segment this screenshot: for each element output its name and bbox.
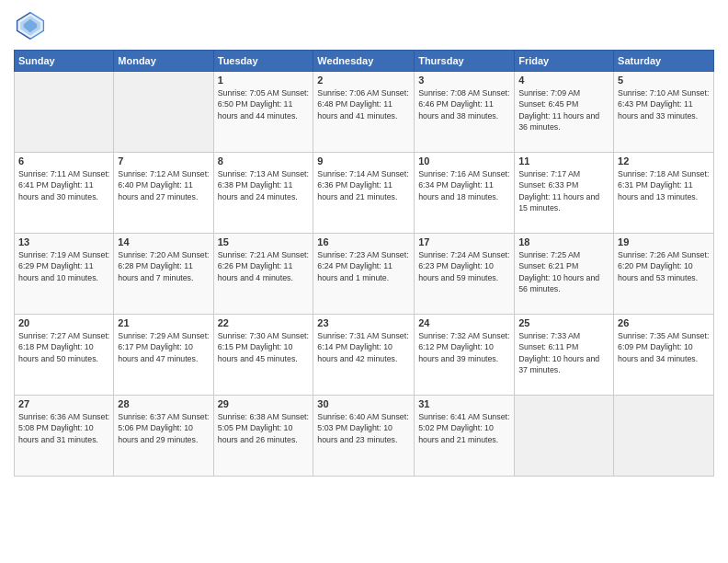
page: Sunday Monday Tuesday Wednesday Thursday… [0, 0, 728, 563]
day-info: Sunrise: 7:14 AM Sunset: 6:36 PM Dayligh… [317, 168, 410, 202]
day-info: Sunrise: 6:36 AM Sunset: 5:08 PM Dayligh… [18, 411, 109, 445]
day-info: Sunrise: 6:38 AM Sunset: 5:05 PM Dayligh… [218, 411, 310, 445]
day-number: 3 [418, 75, 510, 86]
day-cell: 12Sunrise: 7:18 AM Sunset: 6:31 PM Dayli… [614, 153, 714, 234]
weekday-sunday: Sunday [15, 51, 114, 72]
day-cell [515, 396, 614, 477]
day-cell: 19Sunrise: 7:26 AM Sunset: 6:20 PM Dayli… [614, 234, 714, 315]
day-cell: 11Sunrise: 7:17 AM Sunset: 6:33 PM Dayli… [515, 153, 614, 234]
day-cell: 17Sunrise: 7:24 AM Sunset: 6:23 PM Dayli… [415, 234, 515, 315]
day-cell: 4Sunrise: 7:09 AM Sunset: 6:45 PM Daylig… [515, 72, 614, 153]
day-number: 17 [418, 236, 510, 247]
day-number: 27 [18, 398, 109, 409]
day-number: 6 [18, 155, 109, 167]
day-info: Sunrise: 7:06 AM Sunset: 6:48 PM Dayligh… [317, 87, 410, 121]
day-cell: 31Sunrise: 6:41 AM Sunset: 5:02 PM Dayli… [415, 396, 515, 477]
day-info: Sunrise: 7:27 AM Sunset: 6:18 PM Dayligh… [18, 330, 109, 364]
logo [14, 9, 51, 42]
day-number: 18 [518, 236, 609, 247]
day-info: Sunrise: 7:23 AM Sunset: 6:24 PM Dayligh… [317, 249, 410, 283]
day-number: 19 [618, 236, 710, 247]
day-cell [614, 396, 714, 477]
day-cell: 9Sunrise: 7:14 AM Sunset: 6:36 PM Daylig… [313, 153, 415, 234]
day-number: 7 [118, 155, 209, 167]
day-info: Sunrise: 7:35 AM Sunset: 6:09 PM Dayligh… [618, 330, 710, 364]
calendar: Sunday Monday Tuesday Wednesday Thursday… [14, 50, 714, 477]
day-number: 28 [118, 398, 209, 409]
day-cell: 8Sunrise: 7:13 AM Sunset: 6:38 PM Daylig… [213, 153, 313, 234]
day-number: 21 [118, 317, 209, 328]
day-info: Sunrise: 7:17 AM Sunset: 6:33 PM Dayligh… [518, 168, 609, 213]
day-info: Sunrise: 7:10 AM Sunset: 6:43 PM Dayligh… [618, 87, 710, 121]
day-cell: 10Sunrise: 7:16 AM Sunset: 6:34 PM Dayli… [415, 153, 515, 234]
day-cell: 5Sunrise: 7:10 AM Sunset: 6:43 PM Daylig… [614, 72, 714, 153]
day-info: Sunrise: 7:09 AM Sunset: 6:45 PM Dayligh… [518, 87, 609, 132]
day-info: Sunrise: 6:41 AM Sunset: 5:02 PM Dayligh… [418, 411, 510, 445]
calendar-body: 1Sunrise: 7:05 AM Sunset: 6:50 PM Daylig… [15, 72, 714, 477]
weekday-monday: Monday [114, 51, 213, 72]
day-number: 26 [618, 317, 710, 328]
day-info: Sunrise: 7:33 AM Sunset: 6:11 PM Dayligh… [518, 330, 609, 375]
day-number: 9 [317, 155, 410, 167]
day-info: Sunrise: 7:13 AM Sunset: 6:38 PM Dayligh… [218, 168, 310, 202]
day-info: Sunrise: 7:08 AM Sunset: 6:46 PM Dayligh… [418, 87, 510, 121]
day-cell: 1Sunrise: 7:05 AM Sunset: 6:50 PM Daylig… [213, 72, 313, 153]
day-cell: 18Sunrise: 7:25 AM Sunset: 6:21 PM Dayli… [515, 234, 614, 315]
calendar-header: Sunday Monday Tuesday Wednesday Thursday… [15, 51, 714, 72]
day-number: 31 [418, 398, 510, 409]
logo-icon [14, 9, 47, 42]
weekday-row: Sunday Monday Tuesday Wednesday Thursday… [15, 51, 714, 72]
day-cell [114, 72, 213, 153]
day-info: Sunrise: 7:21 AM Sunset: 6:26 PM Dayligh… [218, 249, 310, 283]
day-info: Sunrise: 7:24 AM Sunset: 6:23 PM Dayligh… [418, 249, 510, 283]
day-number: 11 [518, 155, 609, 167]
day-number: 10 [418, 155, 510, 167]
day-cell: 21Sunrise: 7:29 AM Sunset: 6:17 PM Dayli… [114, 315, 213, 396]
day-number: 14 [118, 236, 209, 247]
day-info: Sunrise: 7:31 AM Sunset: 6:14 PM Dayligh… [317, 330, 410, 364]
day-cell: 26Sunrise: 7:35 AM Sunset: 6:09 PM Dayli… [614, 315, 714, 396]
day-cell: 6Sunrise: 7:11 AM Sunset: 6:41 PM Daylig… [15, 153, 114, 234]
day-info: Sunrise: 7:12 AM Sunset: 6:40 PM Dayligh… [118, 168, 209, 202]
day-number: 25 [518, 317, 609, 328]
day-cell: 30Sunrise: 6:40 AM Sunset: 5:03 PM Dayli… [313, 396, 415, 477]
day-info: Sunrise: 7:32 AM Sunset: 6:12 PM Dayligh… [418, 330, 510, 364]
day-number: 24 [418, 317, 510, 328]
day-info: Sunrise: 7:11 AM Sunset: 6:41 PM Dayligh… [18, 168, 109, 202]
day-cell: 20Sunrise: 7:27 AM Sunset: 6:18 PM Dayli… [15, 315, 114, 396]
day-number: 20 [18, 317, 109, 328]
day-number: 8 [218, 155, 310, 167]
day-cell: 27Sunrise: 6:36 AM Sunset: 5:08 PM Dayli… [15, 396, 114, 477]
week-row-1: 6Sunrise: 7:11 AM Sunset: 6:41 PM Daylig… [15, 153, 714, 234]
day-number: 4 [518, 75, 609, 86]
week-row-3: 20Sunrise: 7:27 AM Sunset: 6:18 PM Dayli… [15, 315, 714, 396]
day-info: Sunrise: 7:26 AM Sunset: 6:20 PM Dayligh… [618, 249, 710, 283]
day-cell: 16Sunrise: 7:23 AM Sunset: 6:24 PM Dayli… [313, 234, 415, 315]
week-row-4: 27Sunrise: 6:36 AM Sunset: 5:08 PM Dayli… [15, 396, 714, 477]
day-number: 29 [218, 398, 310, 409]
weekday-saturday: Saturday [614, 51, 714, 72]
day-cell [15, 72, 114, 153]
day-cell: 15Sunrise: 7:21 AM Sunset: 6:26 PM Dayli… [213, 234, 313, 315]
day-number: 22 [218, 317, 310, 328]
day-cell: 25Sunrise: 7:33 AM Sunset: 6:11 PM Dayli… [515, 315, 614, 396]
day-cell: 2Sunrise: 7:06 AM Sunset: 6:48 PM Daylig… [313, 72, 415, 153]
day-number: 5 [618, 75, 710, 86]
day-number: 16 [317, 236, 410, 247]
header [14, 9, 714, 42]
day-number: 15 [218, 236, 310, 247]
weekday-wednesday: Wednesday [313, 51, 415, 72]
day-info: Sunrise: 7:19 AM Sunset: 6:29 PM Dayligh… [18, 249, 109, 283]
day-number: 12 [618, 155, 710, 167]
day-cell: 7Sunrise: 7:12 AM Sunset: 6:40 PM Daylig… [114, 153, 213, 234]
day-cell: 23Sunrise: 7:31 AM Sunset: 6:14 PM Dayli… [313, 315, 415, 396]
day-info: Sunrise: 7:30 AM Sunset: 6:15 PM Dayligh… [218, 330, 310, 364]
day-cell: 28Sunrise: 6:37 AM Sunset: 5:06 PM Dayli… [114, 396, 213, 477]
weekday-tuesday: Tuesday [213, 51, 313, 72]
week-row-0: 1Sunrise: 7:05 AM Sunset: 6:50 PM Daylig… [15, 72, 714, 153]
day-cell: 24Sunrise: 7:32 AM Sunset: 6:12 PM Dayli… [415, 315, 515, 396]
day-info: Sunrise: 6:37 AM Sunset: 5:06 PM Dayligh… [118, 411, 209, 445]
day-cell: 22Sunrise: 7:30 AM Sunset: 6:15 PM Dayli… [213, 315, 313, 396]
day-info: Sunrise: 7:25 AM Sunset: 6:21 PM Dayligh… [518, 249, 609, 294]
day-info: Sunrise: 7:20 AM Sunset: 6:28 PM Dayligh… [118, 249, 209, 283]
